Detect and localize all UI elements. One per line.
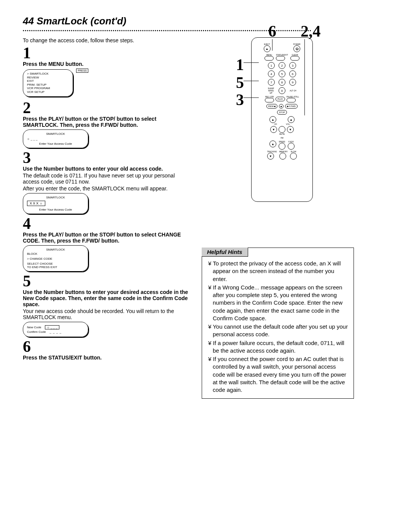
memory-button[interactable] xyxy=(279,153,286,160)
step-3-heading: Use the Number buttons to enter your old… xyxy=(23,166,190,172)
code-masked: X X X ☼ xyxy=(27,201,45,206)
step-number-3: 3 xyxy=(23,150,190,166)
step-5-body: Your new access code should be recorded.… xyxy=(23,308,190,320)
slow-label: SLOW xyxy=(290,150,297,153)
screen-line: TO END PRESS EXIT xyxy=(27,265,84,269)
step-2-heading: Press the PLAY/ button or the STOP/ butt… xyxy=(23,116,190,128)
clear-label: CLEAR xyxy=(290,54,299,56)
eject-label: EJECT xyxy=(264,43,271,45)
screen-smartlock-entry: SMARTLOCK ☼ _ _ _ Enter Your Access Code xyxy=(23,129,88,148)
rec-button[interactable] xyxy=(265,98,274,102)
num-4-button[interactable]: 4 xyxy=(268,70,275,77)
stop-button[interactable]: STOP xyxy=(277,110,287,115)
menu-item: VCR PROGRAM xyxy=(27,86,69,90)
rew-button[interactable]: REW◀ xyxy=(266,104,277,109)
menu-label: MENU xyxy=(264,54,274,56)
eject-button[interactable]: ▲ xyxy=(264,45,271,52)
screen-new-confirm: New Code☼ _ _ _ Confirm Code xyxy=(23,322,88,337)
intro-text: To change the access code, follow these … xyxy=(23,37,190,43)
slow-button[interactable] xyxy=(290,153,297,160)
play-button[interactable]: PLAY xyxy=(276,97,285,101)
sleep-label: SLEEP WAKE UP xyxy=(267,87,275,94)
memory-label: MEMORY xyxy=(279,150,288,153)
num-5-button[interactable]: 5 xyxy=(279,70,285,77)
clear-button[interactable] xyxy=(290,56,299,61)
step-number-5: 5 xyxy=(23,273,190,289)
ch-down-button[interactable]: ▼ xyxy=(270,126,277,133)
step-number-6: 6 xyxy=(23,339,190,355)
tracking-down-button[interactable]: ▼ xyxy=(267,153,274,160)
helpful-hints-box: Helpful Hints ¥ To protect the privacy o… xyxy=(202,248,354,399)
press-label: PRESS xyxy=(76,69,88,73)
callout-1: 1 xyxy=(236,56,244,74)
nav-center[interactable]: ● xyxy=(279,104,284,109)
ffwd-button[interactable]: ▶F.FWD xyxy=(285,104,298,109)
num-1-button[interactable]: 1 xyxy=(268,62,275,69)
fadv-label: F.ADV xyxy=(288,141,295,143)
speed-label: SPEED xyxy=(279,141,285,143)
screen-menu: > SMARTLOCK REVIEW EXIT PRIM. SETUP VCR … xyxy=(23,69,73,97)
screen-footer: Enter Your Access Code xyxy=(27,208,84,211)
mute-label: MUTE xyxy=(279,133,285,135)
num-8-button[interactable]: 8 xyxy=(279,79,285,86)
step-number-1: 1 xyxy=(23,45,190,61)
mute-button[interactable] xyxy=(279,126,285,133)
hint-item: ¥ If a power failure occurs, the default… xyxy=(208,339,350,355)
new-code-label: New Code xyxy=(27,326,41,329)
pause-label: PAUSE /STILL xyxy=(287,96,299,98)
ch-up-button[interactable]: ▲ xyxy=(269,116,276,123)
speed-button[interactable] xyxy=(279,143,285,150)
vol-label: VOL xyxy=(286,123,290,125)
confirm-code-label: Confirm Code xyxy=(27,330,46,334)
tracking-up-button[interactable]: ▲ xyxy=(269,141,276,147)
status-exit-label: STATUS/EXIT xyxy=(276,54,288,56)
power-button[interactable]: ⏻ xyxy=(293,45,300,52)
ch-label: CH xyxy=(274,123,277,125)
vol-down-button[interactable]: ▼ xyxy=(287,126,294,133)
num-3-button[interactable]: 3 xyxy=(289,62,296,69)
page-title: 44 SmartLock (cont'd) xyxy=(23,15,388,27)
num-0-button[interactable]: 0 xyxy=(279,87,285,94)
step-number-4: 4 xyxy=(23,216,190,232)
vol-up-button[interactable]: ▲ xyxy=(288,116,295,123)
screen-line: > CHANGE CODE xyxy=(27,257,84,260)
num-7-button[interactable]: 7 xyxy=(268,79,275,86)
remote-diagram: 6 2,4 1 5 3 EJECT ▲ POWER xyxy=(225,37,331,202)
screen-footer: Enter Your Access Code xyxy=(27,142,84,145)
tracking-label: TRACKING xyxy=(267,150,277,153)
screen-title: SMARTLOCK xyxy=(27,248,84,251)
step-4-heading: Press the PLAY/ button or the STOP/ butt… xyxy=(23,232,190,244)
fadv-button[interactable] xyxy=(288,143,295,150)
fm-label: FM xyxy=(280,137,283,139)
remote-control: EJECT ▲ POWER ⏻ MENU STATUS/EXIT CLEAR 1… xyxy=(251,37,313,202)
menu-item: REVIEW xyxy=(27,76,69,80)
hint-item: ¥ You cannot use the default code after … xyxy=(208,323,350,339)
hint-item: ¥ If a Wrong Code... message appears on … xyxy=(208,284,350,322)
screen-title: SMARTLOCK xyxy=(27,132,84,136)
hint-item: ¥ If you connect the power cord to an AC… xyxy=(208,355,350,394)
menu-item: PRIM. SETUP xyxy=(27,83,69,87)
num-2-button[interactable]: 2 xyxy=(279,62,285,69)
step-3-body-2: After you enter the code, the SMARTLOCK … xyxy=(23,185,190,192)
screen-change-code: SMARTLOCK BLOCK > CHANGE CODE SELECT CHO… xyxy=(23,245,88,272)
callout-5: 5 xyxy=(236,73,244,92)
num-9-button[interactable]: 9 xyxy=(289,79,296,86)
hint-item: ¥ To protect the privacy of the access c… xyxy=(208,260,350,283)
menu-item: > SMARTLOCK xyxy=(27,72,69,76)
menu-button[interactable] xyxy=(264,56,274,61)
pause-button[interactable] xyxy=(287,98,296,102)
step-3-body-1: The default code is 0711. If you have ne… xyxy=(23,173,190,185)
dotted-rule: ••••••••••••••••••••••••••••••••••••••••… xyxy=(23,29,388,33)
step-1-heading: Press the MENU button. xyxy=(23,61,190,67)
num-6-button[interactable]: 6 xyxy=(289,70,296,77)
helpful-hints-header: Helpful Hints xyxy=(202,248,248,257)
callout-3: 3 xyxy=(236,91,244,109)
step-6-heading: Press the STATUS/EXIT button. xyxy=(23,355,190,361)
step-number-2: 2 xyxy=(23,100,190,116)
menu-item: VCR SETUP xyxy=(27,90,69,94)
screen-smartlock-entered: SMARTLOCK X X X ☼ Enter Your Access Code xyxy=(23,193,88,214)
status-exit-button[interactable] xyxy=(276,56,285,61)
step-5-heading: Use the Number buttons to enter your des… xyxy=(23,289,190,307)
menu-item: EXIT xyxy=(27,79,69,83)
steps-column: To change the access code, follow these … xyxy=(23,37,190,399)
